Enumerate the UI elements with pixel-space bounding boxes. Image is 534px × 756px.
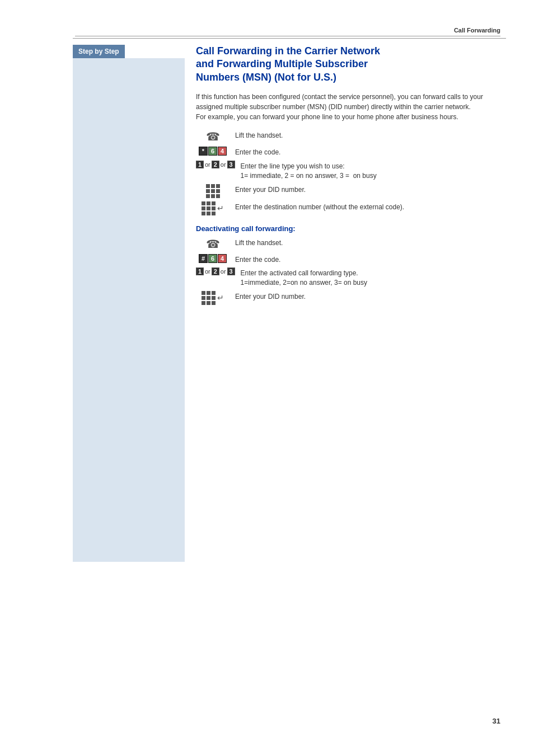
- deact-step-icon-code-hash: # 6 4: [196, 254, 229, 263]
- main-title-line2: and Forwarding Multiple Subscriber: [196, 58, 368, 69]
- phone-icon-2: ☎: [206, 237, 220, 251]
- step-row-3: 1 or 2 or 3 Enter the line type you wish…: [196, 161, 500, 181]
- key-4b: 4: [218, 254, 227, 263]
- keypad-icon-1: [206, 184, 220, 198]
- step-row-5: ↵ Enter the destination number (without …: [196, 201, 500, 215]
- step-text-4: Enter your DID number.: [235, 184, 306, 195]
- num-1: 1: [196, 161, 204, 168]
- or-text-1b: or: [205, 268, 210, 275]
- step-icon-keypad-enter: ↵: [196, 201, 229, 215]
- page-number: 31: [493, 717, 500, 725]
- deact-step-text-1: Lift the handset.: [235, 237, 283, 248]
- step-text-5: Enter the destination number (without th…: [235, 201, 404, 212]
- or-text-2: or: [221, 161, 226, 168]
- num-3b: 3: [227, 267, 235, 275]
- keypad-enter-icon-2: ↵: [202, 291, 224, 305]
- sidebar: Step by Step: [73, 45, 185, 562]
- keypad-enter-icon: ↵: [202, 201, 224, 215]
- steps-section: ☎ Lift the handset. * 6 4 Enter the code…: [196, 130, 500, 215]
- main-title: Call Forwarding in the Carrier Network a…: [196, 45, 500, 84]
- main-title-line1: Call Forwarding in the Carrier Network: [196, 45, 380, 57]
- deact-step-text-2: Enter the code.: [235, 254, 280, 265]
- deact-step-row-4: ↵ Enter your DID number.: [196, 291, 500, 305]
- num-2b: 2: [212, 267, 219, 275]
- num-1b: 1: [196, 267, 204, 275]
- or-text-1: or: [205, 161, 210, 168]
- step-icon-or123: 1 or 2 or 3: [196, 161, 235, 168]
- deact-step-text-4: Enter your DID number.: [235, 291, 306, 302]
- num-3: 3: [227, 161, 235, 168]
- deact-step-icon-or123: 1 or 2 or 3: [196, 267, 235, 275]
- deact-step-text-3: Enter the activated call forwarding type…: [241, 267, 367, 288]
- main-layout: Step by Step Call Forwarding in the Carr…: [73, 45, 506, 562]
- step-icon-code-star: * 6 4: [196, 147, 229, 156]
- deact-step-row-3: 1 or 2 or 3 Enter the activated call for…: [196, 267, 500, 288]
- step-text-2: Enter the code.: [235, 147, 280, 157]
- description-text: If this function has been configured (co…: [196, 92, 500, 122]
- step-row-1: ☎ Lift the handset.: [196, 130, 500, 143]
- step-icon-phone-1: ☎: [196, 130, 229, 143]
- code-box-hash64: # 6 4: [199, 254, 227, 263]
- header-divider: [73, 38, 506, 39]
- deact-step-icon-phone: ☎: [196, 237, 229, 251]
- main-title-line3: Numbers (MSN) (Not for U.S.): [196, 72, 336, 83]
- deact-step-row-2: # 6 4 Enter the code.: [196, 254, 500, 265]
- enter-arrow-1: ↵: [217, 204, 224, 213]
- step-text-3: Enter the line type you wish to use:1= i…: [241, 161, 377, 181]
- deactivating-section: Deactivating call forwarding: ☎ Lift the…: [196, 224, 500, 305]
- code-box-star64: * 6 4: [199, 147, 227, 156]
- page-header: Call Forwarding: [75, 27, 500, 36]
- keypad-icon-2: [202, 201, 216, 215]
- content-area: Call Forwarding in the Carrier Network a…: [185, 45, 506, 562]
- header-title: Call Forwarding: [454, 27, 500, 34]
- or-box-123b: 1 or 2 or 3: [196, 267, 235, 275]
- key-6: 6: [208, 147, 217, 156]
- step-by-step-label: Step by Step: [73, 45, 125, 58]
- deactivating-title: Deactivating call forwarding:: [196, 224, 500, 233]
- key-hash: #: [199, 254, 208, 263]
- step-row-4: Enter your DID number.: [196, 184, 500, 198]
- enter-arrow-2: ↵: [217, 293, 224, 302]
- step-row-2: * 6 4 Enter the code.: [196, 147, 500, 157]
- key-star: *: [199, 147, 208, 156]
- key-4: 4: [218, 147, 227, 156]
- step-icon-keypad: [196, 184, 229, 198]
- or-text-2b: or: [221, 268, 226, 275]
- deact-step-row-1: ☎ Lift the handset.: [196, 237, 500, 251]
- sidebar-content: [73, 58, 185, 562]
- phone-icon-1: ☎: [206, 130, 220, 143]
- key-6b: 6: [208, 254, 217, 263]
- or-box-123: 1 or 2 or 3: [196, 161, 235, 168]
- num-2: 2: [212, 161, 219, 168]
- deact-step-icon-keypad-enter: ↵: [196, 291, 229, 305]
- keypad-icon-3: [202, 291, 216, 305]
- step-text-1: Lift the handset.: [235, 130, 283, 140]
